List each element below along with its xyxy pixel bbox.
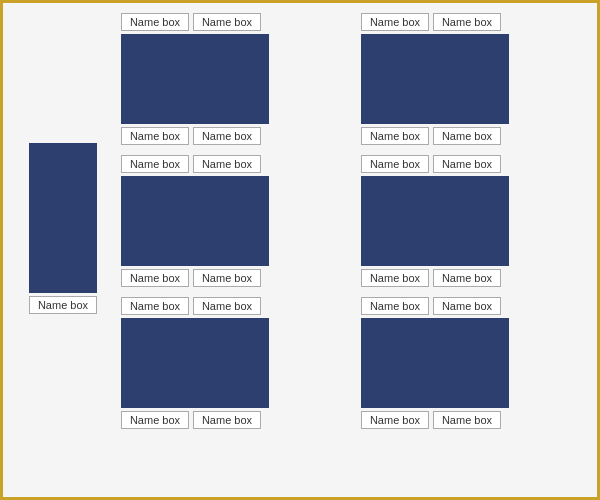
name-box-1-1-bot-right[interactable]: Name box <box>193 127 261 145</box>
column-1: Name box Name box Name box Name box Name… <box>121 13 347 487</box>
card-1-3: Name box Name box Name box Name box <box>121 297 347 429</box>
name-box-1-1-top-right[interactable]: Name box <box>193 13 261 31</box>
top-labels-1-1: Name box Name box <box>121 13 261 31</box>
name-box-2-3-top-right[interactable]: Name box <box>433 297 501 315</box>
top-labels-2-3: Name box Name box <box>361 297 501 315</box>
top-labels-1-3: Name box Name box <box>121 297 261 315</box>
image-1-3 <box>121 318 269 408</box>
card-1-1: Name box Name box Name box Name box <box>121 13 347 145</box>
image-left <box>29 143 97 293</box>
name-box-1-2-bot-left[interactable]: Name box <box>121 269 189 287</box>
name-box-1-3-top-left[interactable]: Name box <box>121 297 189 315</box>
bottom-labels-2-1: Name box Name box <box>361 127 501 145</box>
name-box-2-2-bot-right[interactable]: Name box <box>433 269 501 287</box>
name-box-2-3-bot-left[interactable]: Name box <box>361 411 429 429</box>
bottom-labels-1-1: Name box Name box <box>121 127 261 145</box>
name-box-2-3-bot-right[interactable]: Name box <box>433 411 501 429</box>
bottom-labels-1-2: Name box Name box <box>121 269 261 287</box>
image-2-2 <box>361 176 509 266</box>
image-1-2 <box>121 176 269 266</box>
name-box-2-1-top-left[interactable]: Name box <box>361 13 429 31</box>
card-1-2: Name box Name box Name box Name box <box>121 155 347 287</box>
bottom-labels-2-2: Name box Name box <box>361 269 501 287</box>
name-box-1-1-bot-left[interactable]: Name box <box>121 127 189 145</box>
card-2-2: Name box Name box Name box Name box <box>361 155 587 287</box>
bottom-labels-1-3: Name box Name box <box>121 411 261 429</box>
name-box-1-3-bot-right[interactable]: Name box <box>193 411 261 429</box>
column-2: Name box Name box Name box Name box Name… <box>361 13 587 487</box>
label-row-left: Name box <box>29 296 97 314</box>
image-2-1 <box>361 34 509 124</box>
name-box-2-2-top-right[interactable]: Name box <box>433 155 501 173</box>
name-box-1-3-top-right[interactable]: Name box <box>193 297 261 315</box>
name-box-left[interactable]: Name box <box>29 296 97 314</box>
name-box-2-1-bot-left[interactable]: Name box <box>361 127 429 145</box>
image-1-1 <box>121 34 269 124</box>
top-labels-1-2: Name box Name box <box>121 155 261 173</box>
name-box-2-1-top-right[interactable]: Name box <box>433 13 501 31</box>
name-box-1-2-top-right[interactable]: Name box <box>193 155 261 173</box>
left-panel: Name box <box>13 13 113 487</box>
name-box-2-2-top-left[interactable]: Name box <box>361 155 429 173</box>
card-left: Name box <box>29 143 97 314</box>
main-grid: Name box Name box Name box Name box Name… <box>121 13 587 487</box>
name-box-1-1-top-left[interactable]: Name box <box>121 13 189 31</box>
name-box-2-3-top-left[interactable]: Name box <box>361 297 429 315</box>
top-labels-2-2: Name box Name box <box>361 155 501 173</box>
name-box-2-2-bot-left[interactable]: Name box <box>361 269 429 287</box>
name-box-2-1-bot-right[interactable]: Name box <box>433 127 501 145</box>
name-box-1-2-top-left[interactable]: Name box <box>121 155 189 173</box>
bottom-labels-2-3: Name box Name box <box>361 411 501 429</box>
name-box-1-2-bot-right[interactable]: Name box <box>193 269 261 287</box>
name-box-1-3-bot-left[interactable]: Name box <box>121 411 189 429</box>
image-2-3 <box>361 318 509 408</box>
card-2-3: Name box Name box Name box Name box <box>361 297 587 429</box>
card-2-1: Name box Name box Name box Name box <box>361 13 587 145</box>
top-labels-2-1: Name box Name box <box>361 13 501 31</box>
page: Name box Name box Name box Name box Name… <box>3 3 597 497</box>
